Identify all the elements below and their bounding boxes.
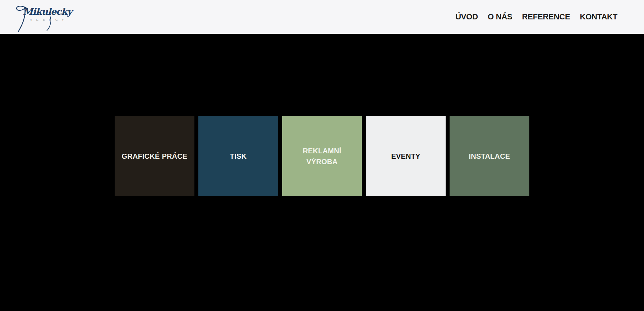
page-background: { "brand": { "name": "Mikulecky", "subti… [0, 0, 644, 311]
nav-item-reference[interactable]: REFERENCE [522, 12, 570, 22]
brand-logo[interactable]: Mikulecky A G E N C Y [14, 4, 57, 33]
brand-subtitle: A G E N C Y [30, 18, 65, 22]
tile-label: TISK [230, 151, 247, 162]
brand-name: Mikulecky [23, 6, 72, 17]
nav-item-kontakt[interactable]: KONTAKT [580, 12, 617, 22]
tile-instalace[interactable]: INSTALACE [450, 116, 529, 196]
site-header: Mikulecky A G E N C Y ÚVOD O NÁS REFEREN… [0, 0, 644, 34]
tile-reklamni-vyroba[interactable]: REKLAMNÍ VÝROBA [282, 116, 362, 196]
tile-label: GRAFICKÉ PRÁCE [122, 151, 188, 162]
hero-section: GRAFICKÉ PRÁCE TISK REKLAMNÍ VÝROBA EVEN… [0, 34, 644, 311]
tile-label: REKLAMNÍ VÝROBA [288, 145, 356, 167]
tile-tisk[interactable]: TISK [198, 116, 278, 196]
tile-label: INSTALACE [469, 151, 510, 162]
nav-item-o-nas[interactable]: O NÁS [488, 12, 512, 22]
tile-label: EVENTY [391, 151, 420, 162]
nav-item-uvod[interactable]: ÚVOD [455, 12, 478, 22]
tile-eventy[interactable]: EVENTY [366, 116, 446, 196]
main-nav: ÚVOD O NÁS REFERENCE KONTAKT [455, 12, 617, 22]
tile-graficke-prace[interactable]: GRAFICKÉ PRÁCE [115, 116, 194, 196]
service-tiles: GRAFICKÉ PRÁCE TISK REKLAMNÍ VÝROBA EVEN… [115, 116, 529, 196]
